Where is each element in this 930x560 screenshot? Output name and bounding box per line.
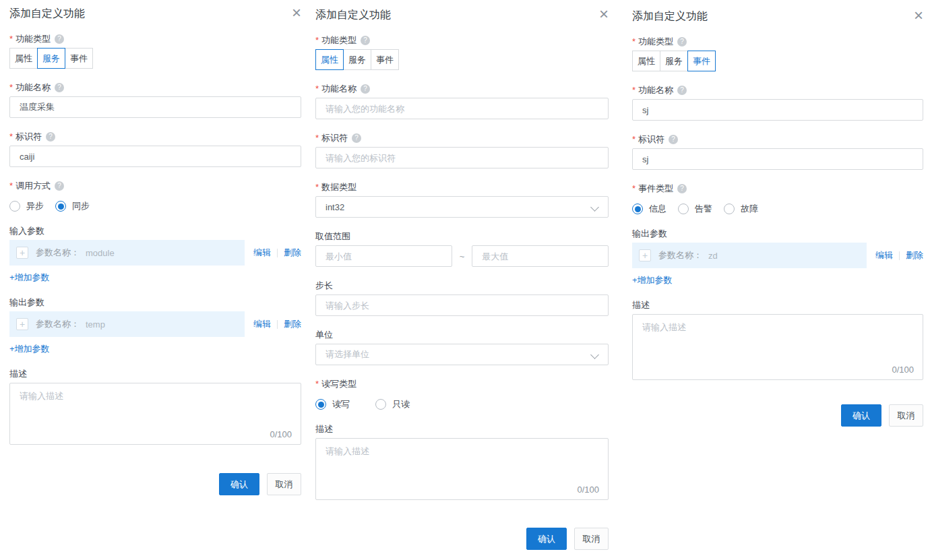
close-icon[interactable]: × [599,8,609,20]
label-text: 功能类型 [16,34,51,44]
help-icon[interactable]: ? [361,84,370,94]
radio-async[interactable]: 异步 [9,200,44,212]
description-field: 0/100 [632,314,923,380]
input-params-group: 输入参数 + 参数名称： module 编辑 删除 +增加参数 [9,226,301,284]
help-icon[interactable]: ? [55,34,64,44]
confirm-button[interactable]: 确认 [219,473,259,495]
data-type-select[interactable]: int32 [315,196,609,218]
help-icon[interactable]: ? [677,86,687,95]
param-actions: 编辑 删除 [245,247,301,259]
tab-service[interactable]: 服务 [37,48,65,69]
label-text: 读写类型 [321,379,356,390]
chevron-down-icon [590,203,599,212]
param-name-value: temp [86,319,105,330]
identifier-label: * 标识符 ? [632,134,923,145]
param-chip: + 参数名称： module [9,240,245,266]
label-text: 功能类型 [321,35,356,46]
add-param-link[interactable]: +增加参数 [632,274,673,286]
close-icon[interactable]: × [914,9,923,22]
help-icon[interactable]: ? [361,36,370,45]
param-name-value: zd [708,251,718,261]
data-type-group: * 数据类型 int32 [315,182,609,218]
param-name-label: 参数名称： [36,247,80,259]
radio-alert[interactable]: 告警 [678,203,712,215]
label-text: 数据类型 [321,182,356,193]
tab-service[interactable]: 服务 [343,49,371,70]
step-group: 步长 [315,280,609,316]
cancel-button[interactable]: 取消 [267,473,301,495]
dialog-footer: 确认 取消 [315,528,609,550]
call-method-group: * 调用方式 ? 异步 同步 [9,181,301,212]
close-icon[interactable]: × [292,7,301,19]
tab-event[interactable]: 事件 [687,51,716,71]
radio-circle-icon [9,201,20,212]
dialog-title: 添加自定义功能 [315,8,391,22]
label-text: 描述 [9,369,27,379]
function-name-input[interactable] [315,98,609,119]
input-params-label: 输入参数 [9,226,301,237]
required-asterisk: * [9,82,13,93]
help-icon[interactable]: ? [677,37,687,46]
delete-link[interactable]: 删除 [284,247,301,259]
description-group: 描述 0/100 [9,369,301,445]
add-param-link[interactable]: +增加参数 [9,272,50,284]
edit-link[interactable]: 编辑 [875,249,893,261]
call-method-radios: 异步 同步 [9,200,301,212]
radio-fault[interactable]: 故障 [724,203,758,215]
function-name-label: * 功能名称 ? [9,82,301,93]
function-name-input[interactable] [9,96,301,118]
edit-link[interactable]: 编辑 [253,247,271,259]
help-icon[interactable]: ? [55,83,64,92]
output-params-group: 输出参数 + 参数名称： temp 编辑 删除 +增加参数 [9,297,301,355]
confirm-button[interactable]: 确认 [841,404,881,427]
label-text: 描述 [315,424,333,435]
edit-link[interactable]: 编辑 [253,318,271,330]
help-icon[interactable]: ? [55,181,64,191]
identifier-input[interactable] [315,147,609,168]
function-type-group: * 功能类型 ? 属性 服务 事件 [9,34,301,69]
identifier-input[interactable] [9,146,301,167]
label-text: 输入参数 [9,226,44,237]
help-icon[interactable]: ? [352,133,361,143]
param-name-value: module [86,248,115,258]
delete-link[interactable]: 删除 [906,249,923,261]
confirm-button[interactable]: 确认 [526,528,567,550]
unit-select[interactable]: 请选择单位 [315,344,609,365]
divider [277,249,278,257]
radio-read-write[interactable]: 读写 [315,398,350,410]
dialog-header: 添加自定义功能 × [315,8,609,22]
data-type-label: * 数据类型 [315,182,609,193]
help-icon[interactable]: ? [677,184,687,193]
max-value-input[interactable] [472,245,609,267]
radio-sync[interactable]: 同步 [55,200,90,212]
tab-event[interactable]: 事件 [371,49,399,70]
tab-service[interactable]: 服务 [660,51,688,71]
cancel-button[interactable]: 取消 [574,528,609,550]
cancel-button[interactable]: 取消 [889,404,923,427]
description-textarea[interactable] [316,439,608,499]
identifier-group: * 标识符 ? [9,131,301,167]
description-textarea[interactable] [10,383,301,444]
tab-property[interactable]: 属性 [632,51,660,71]
label-text: 描述 [632,300,650,311]
step-input[interactable] [315,294,609,316]
min-value-input[interactable] [315,245,452,267]
label-text: 事件类型 [638,183,673,194]
add-param-link[interactable]: +增加参数 [9,343,50,355]
function-name-input[interactable] [632,99,923,121]
tab-event[interactable]: 事件 [65,48,93,69]
identifier-input[interactable] [632,148,923,170]
param-row: + 参数名称： zd 编辑 删除 [632,243,923,268]
radio-read-only[interactable]: 只读 [375,398,410,410]
label-text: 标识符 [321,133,348,144]
tab-property[interactable]: 属性 [9,48,38,69]
label-text: 单位 [315,330,333,340]
description-textarea[interactable] [633,315,923,379]
help-icon[interactable]: ? [669,135,678,144]
dialog-footer: 确认 取消 [9,473,301,495]
delete-link[interactable]: 删除 [284,318,301,330]
help-icon[interactable]: ? [46,132,55,142]
radio-info[interactable]: 信息 [632,203,666,215]
dialog-header: 添加自定义功能 × [9,7,301,20]
tab-property[interactable]: 属性 [315,49,344,70]
